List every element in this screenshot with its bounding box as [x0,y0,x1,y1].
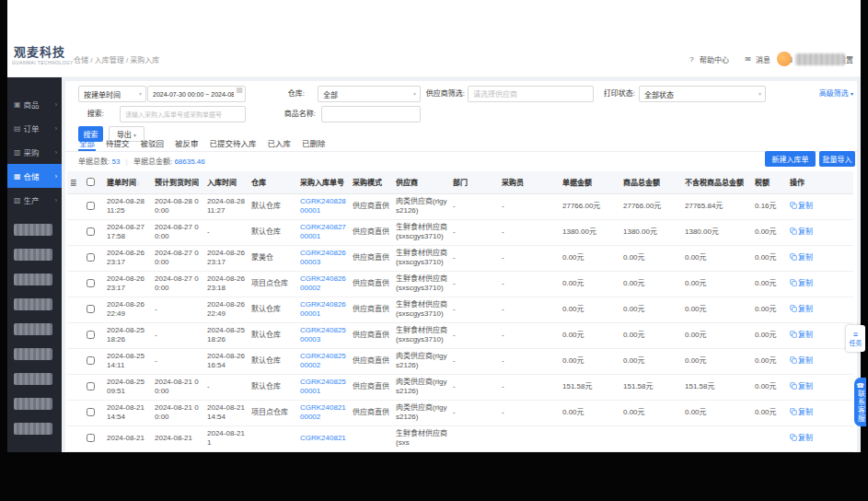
row-checkbox[interactable] [87,279,95,287]
copy-action[interactable]: 复制 [787,219,853,245]
redacted-label [14,224,52,236]
sidebar-item[interactable]: ▥ 采购 › [7,140,62,164]
column-header-label: 商品总金额 [623,179,660,187]
supplier-filter-input[interactable] [468,86,594,102]
sidebar-item[interactable]: ▧ 生产 › [7,188,62,212]
sidebar-item-redacted[interactable] [7,342,62,367]
order-search-input[interactable] [120,106,246,122]
row-spacer-cell [67,297,84,322]
column-header[interactable]: 商品总金额 [620,171,682,193]
copy-action[interactable]: 复制 [787,374,853,400]
column-header[interactable]: 采购入库单号 [297,171,350,193]
cell-department: - [450,297,499,322]
time-type-select[interactable]: 按建单时间 ▾ [78,86,146,102]
select-all-header [84,171,104,193]
task-widget[interactable]: ≡ 任务 [846,325,865,352]
column-header[interactable]: 部门 [450,171,499,193]
cell-tax: 0.00元 [752,348,787,374]
copy-action[interactable]: 复制 [787,297,853,322]
print-status-select[interactable]: 全部状态 ▾ [639,86,766,102]
sidebar-item-redacted[interactable] [7,292,62,317]
sidebar-item-redacted[interactable] [7,391,62,416]
sidebar-item[interactable]: ▦ 仓储 › [7,164,62,188]
column-header[interactable]: 不含税商品总金额 [682,171,752,193]
top-action[interactable]: ? 帮助中心 [687,54,729,64]
status-tab-label: 已入库 [268,139,292,148]
status-tab[interactable]: 已提交待入库 [209,134,258,151]
status-tab[interactable]: 已删除 [301,134,327,151]
column-header[interactable]: 入库时间 [204,171,249,193]
copy-action[interactable]: 复制 [787,400,853,425]
sidebar-item-redacted[interactable] [7,317,62,342]
sidebar-item-icon: ▣ [14,100,21,109]
column-header[interactable]: 建单时间↕ [104,171,152,193]
sidebar-item[interactable]: ▣ 商品 › [7,92,62,116]
column-header[interactable]: 预计到货时间 [152,171,204,193]
order-number-link[interactable]: CGRK24082500001 [297,374,350,400]
sidebar-item-redacted[interactable] [7,367,62,391]
copy-action[interactable]: 复制 [787,348,853,374]
column-header[interactable]: 税额 [752,171,787,193]
order-number-link[interactable]: CGRK24082600001 [297,297,350,322]
row-checkbox[interactable] [87,253,95,262]
row-checkbox[interactable] [87,356,95,365]
contact-service-widget[interactable]: ☎ 联系客服 [854,378,866,426]
row-checkbox[interactable] [87,305,95,313]
column-header[interactable]: 仓库 [249,171,297,193]
order-number-link[interactable]: CGRK24082600003 [297,245,350,271]
select-all-checkbox[interactable] [87,178,95,186]
order-number-link[interactable]: CGRK24082500002 [297,348,350,374]
row-checkbox[interactable] [87,434,95,442]
copy-label: 复制 [798,279,813,287]
cell-buyer: - [499,271,560,297]
order-number-link[interactable]: CGRK24082700001 [297,219,350,245]
product-name-input[interactable] [321,106,421,122]
row-checkbox[interactable] [87,382,95,390]
task-icon: ≡ [853,331,858,339]
order-number-link[interactable]: CGRK24082500003 [297,322,350,348]
copy-action[interactable]: 复制 [787,322,853,348]
sidebar-item-redacted[interactable] [7,217,62,242]
batch-import-button[interactable]: 批量导入 [819,151,855,167]
row-checkbox[interactable] [87,331,95,339]
row-checkbox[interactable] [87,202,95,210]
order-number-link[interactable]: CGRK24082100002 [297,400,350,425]
copy-action[interactable]: 复制 [787,271,853,297]
cell-expected-time: 2024-08-28 00:00 [152,193,204,219]
status-tab[interactable]: 被驳回 [140,134,166,151]
top-action[interactable]: ✉ 消息 [743,54,770,64]
cell-goods-total: 27766.00元 [620,193,682,219]
row-checkbox[interactable] [87,227,95,236]
status-tab[interactable]: 全部 [78,134,96,151]
sidebar-item-redacted[interactable] [7,242,62,267]
row-checkbox[interactable] [87,408,95,416]
copy-action[interactable]: 复制 [787,425,853,451]
order-number-link[interactable]: CGRK240821 [297,425,350,451]
summary-divider: | [126,157,128,166]
sidebar-item-redacted[interactable] [7,416,62,441]
cell-expected-time: 2024-08-21 [152,425,204,451]
redacted-label [14,298,52,310]
copy-icon [790,279,797,286]
cell-expected-time: 2024-08-21 00:00 [152,400,204,425]
date-range-input[interactable] [147,86,246,102]
create-inbound-button[interactable]: 新建入库单 [765,151,816,167]
order-number-link[interactable]: CGRK24082800001 [297,193,350,219]
advanced-filter-link[interactable]: 高级筛选 ▾ [819,87,853,98]
sidebar-item-redacted[interactable] [7,267,62,292]
column-settings-icon[interactable]: ≣ [70,178,77,187]
column-header[interactable]: 供应商 [393,171,450,193]
status-tab[interactable]: 已入库 [267,134,293,151]
order-number-link[interactable]: CGRK24082600002 [297,271,350,297]
status-tab[interactable]: 待提交 [105,134,131,151]
user-menu[interactable]: ▾ [777,52,851,66]
status-tab[interactable]: 被反审 [174,134,200,151]
copy-action[interactable]: 复制 [787,193,853,219]
column-header[interactable]: 单据金额 [560,171,620,193]
sidebar-item[interactable]: ▤ 订单 › [7,116,62,140]
column-header[interactable]: 采购模式 [350,171,393,193]
warehouse-select[interactable]: 全部 ▾ [318,86,421,102]
copy-action[interactable]: 复制 [787,245,853,271]
column-header[interactable]: 采购员 [499,171,560,193]
column-header[interactable]: 操作 [787,171,853,193]
